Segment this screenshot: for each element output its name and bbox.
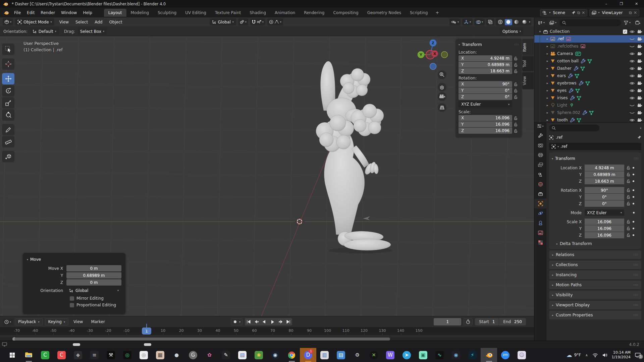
gizmos-popover[interactable]: ▾ xyxy=(462,18,473,25)
current-frame-field[interactable]: 1 xyxy=(434,318,461,325)
mode-selector[interactable]: Object Mode▾ xyxy=(15,18,54,25)
use-preview-range-toggle[interactable] xyxy=(464,318,473,325)
prop-y-field[interactable]: 16.096 xyxy=(585,225,624,232)
marker-menu[interactable]: Marker xyxy=(88,318,108,325)
navigation-gizmo[interactable]: Z Y X xyxy=(418,40,448,70)
pin-icon[interactable] xyxy=(572,11,576,15)
disable-render-icon[interactable] xyxy=(637,81,642,85)
disable-render-icon[interactable] xyxy=(637,52,642,56)
animate-dot[interactable] xyxy=(633,212,635,214)
pin-icon[interactable] xyxy=(637,135,641,139)
editor-type-button[interactable]: ▾ xyxy=(3,18,13,25)
lock-icon[interactable] xyxy=(626,195,631,199)
outliner-row-cotton-ball[interactable]: ▸cotton ball xyxy=(534,57,644,65)
character-model[interactable] xyxy=(316,61,392,253)
move-z-field[interactable]: 0 m xyxy=(66,279,121,286)
viewlayer-selector[interactable]: ▾ ViewLayer ⧉ ✕ xyxy=(589,9,639,16)
n-panel-tab-item[interactable]: Item xyxy=(522,39,534,56)
selectability-visibility-popover[interactable]: ▾ xyxy=(449,18,461,25)
collapse-icon[interactable]: ▾ xyxy=(459,43,460,46)
outliner-row-irises[interactable]: ▸irises xyxy=(534,94,644,102)
prop-y-field[interactable]: 0° xyxy=(585,194,624,200)
taskbar-clip-studio[interactable]: ✎ xyxy=(218,348,234,362)
lock-icon[interactable] xyxy=(512,88,519,93)
notification-center-button[interactable]: 5 xyxy=(635,353,641,358)
animate-dot[interactable] xyxy=(633,228,634,229)
hide-icon[interactable] xyxy=(630,67,635,70)
previous-keyframe-button[interactable] xyxy=(253,318,260,325)
rotation-y-field[interactable]: Y0° xyxy=(459,87,512,94)
n-panel-tab-view[interactable]: View xyxy=(522,72,534,89)
menu-file[interactable]: File xyxy=(11,9,24,16)
taskbar-flower-app[interactable]: ✿ xyxy=(201,348,218,362)
workspace-tab-compositing[interactable]: Compositing xyxy=(329,9,363,17)
viewport-menu-view[interactable]: View xyxy=(56,18,72,26)
keying-menu[interactable]: Keying▾ xyxy=(45,318,68,325)
jump-to-end-button[interactable] xyxy=(284,318,292,325)
taskbar-audio-app[interactable]: ∿ xyxy=(431,348,448,362)
hide-icon[interactable] xyxy=(630,89,635,93)
menu-window[interactable]: Window xyxy=(58,9,80,16)
prop-z-field[interactable]: 16.096 xyxy=(585,232,624,238)
disable-render-icon[interactable] xyxy=(637,44,642,48)
lock-icon[interactable] xyxy=(626,220,631,224)
collection-checkbox[interactable]: ✓ xyxy=(623,29,627,34)
copy-viewlayer-icon[interactable]: ⧉ xyxy=(629,10,632,15)
properties-tab-physics[interactable] xyxy=(534,208,546,218)
outliner-scope-selector[interactable]: ▾ xyxy=(548,19,558,26)
workspace-tab-texture-paint[interactable]: Texture Paint xyxy=(211,9,245,17)
hide-icon[interactable] xyxy=(630,59,635,63)
outliner-filter-button[interactable]: ▾ xyxy=(622,19,632,26)
menu-help[interactable]: Help xyxy=(80,9,95,16)
taskbar-steam[interactable]: ◉ xyxy=(267,348,283,362)
taskbar-task-manager[interactable]: ▥ xyxy=(316,348,333,362)
panel-viewport-display[interactable]: ▸Viewport Display∷∷ xyxy=(549,301,641,309)
weather-widget[interactable]: ☁ 9°F xyxy=(567,352,581,358)
rotation-x-field[interactable]: X90° xyxy=(459,81,512,87)
start-frame-field[interactable]: Start1 xyxy=(475,318,499,325)
outliner-row-ref[interactable]: ▸.ref xyxy=(534,35,644,43)
taskbar-voice-app[interactable]: ⚡ xyxy=(464,348,481,362)
lock-icon[interactable] xyxy=(512,116,519,120)
taskbar-camtasia[interactable]: C xyxy=(37,348,53,362)
lock-icon[interactable] xyxy=(626,233,631,237)
taskbar-cube-app[interactable]: ◆ xyxy=(70,348,86,362)
disable-render-icon[interactable] xyxy=(637,59,642,63)
workspace-tab-animation[interactable]: Animation xyxy=(270,9,300,17)
play-reverse-button[interactable] xyxy=(260,318,268,325)
scene-selector[interactable]: ▾ Scene ⧉ ✕ xyxy=(540,9,587,16)
overlays-popover[interactable]: ▾ xyxy=(474,18,485,25)
properties-editor-type[interactable]: ▾ xyxy=(537,124,543,128)
disable-render-icon[interactable] xyxy=(637,88,642,93)
prop-rotation-x-field[interactable]: 90° xyxy=(585,187,624,193)
taskbar-minecraft[interactable]: ▦ xyxy=(152,348,168,362)
menu-render[interactable]: Render xyxy=(38,9,58,16)
tool-select-box-button[interactable] xyxy=(2,44,14,55)
workspace-tab-geometry-nodes[interactable]: Geometry Nodes xyxy=(363,9,406,17)
rotation-mode-dropdown[interactable]: XYZ Euler▾ xyxy=(459,101,512,108)
viewport-menu-object[interactable]: Object xyxy=(106,18,125,26)
next-keyframe-button[interactable] xyxy=(277,318,284,325)
panel-grip-icon[interactable]: ∷∷ xyxy=(634,157,639,160)
properties-tab-render[interactable] xyxy=(534,140,546,150)
lock-icon[interactable] xyxy=(626,172,631,177)
timeline-ruler[interactable]: 1 -70-60-50-40-30-20-1010203040506070809… xyxy=(0,327,534,335)
delta-transform-panel[interactable]: ▸Delta Transform xyxy=(552,239,639,246)
outliner-row-refclothes[interactable]: ▸.refclothes xyxy=(534,43,644,50)
hide-icon[interactable] xyxy=(630,37,635,41)
xray-toggle[interactable] xyxy=(486,18,494,25)
animate-dot[interactable] xyxy=(633,174,634,175)
outliner-row-tooth[interactable]: ▸tooth xyxy=(534,116,644,122)
hide-icon[interactable] xyxy=(630,111,635,115)
taskbar-code-app[interactable]: ≡ xyxy=(86,348,103,362)
pivot-point-selector[interactable]: ▾ xyxy=(238,18,248,25)
view-menu[interactable]: View xyxy=(70,318,86,325)
disable-render-icon[interactable] xyxy=(637,37,642,41)
lock-icon[interactable] xyxy=(512,69,519,73)
animate-dot[interactable] xyxy=(633,167,634,169)
viewport-menu-select[interactable]: Select xyxy=(72,18,91,26)
proportional-editing-checkbox[interactable] xyxy=(70,303,74,307)
lock-icon[interactable] xyxy=(626,201,631,206)
volume-icon[interactable] xyxy=(602,353,607,357)
taskbar-camtasia-recorder[interactable]: C xyxy=(53,348,70,362)
